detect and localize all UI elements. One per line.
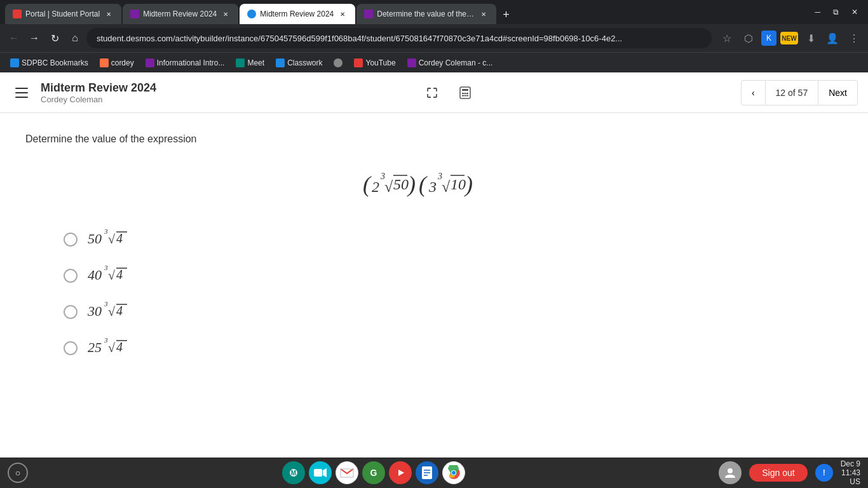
download-icon[interactable]: ⬇ — [802, 29, 820, 47]
taskbar-chrome-app[interactable] — [442, 461, 465, 484]
minimize-button[interactable]: ─ — [810, 5, 825, 19]
profile-icon[interactable]: 👤 — [824, 29, 841, 47]
new-tab-button[interactable]: + — [498, 6, 515, 24]
extension-icon[interactable]: K — [761, 30, 776, 46]
taskbar-meet-app[interactable]: M — [282, 461, 305, 484]
svg-text:√: √ — [108, 304, 115, 318]
close-button[interactable]: ✕ — [846, 5, 863, 19]
activity-title-group: Midterm Review 2024 Cordey Coleman — [41, 81, 156, 104]
address-bar-icons: ☆ ⬡ K NEW ⬇ 👤 ⋮ — [718, 29, 863, 47]
taskbar-youtube-app[interactable] — [389, 461, 412, 484]
svg-text:√: √ — [442, 179, 451, 195]
expand-button[interactable] — [421, 81, 444, 104]
svg-rect-2 — [462, 93, 464, 94]
tab-title-midterm2: Midterm Review 2024 — [143, 10, 217, 18]
svg-point-58 — [452, 471, 456, 475]
taskbar-docs-app[interactable] — [416, 461, 438, 484]
tab-portal[interactable]: Portal | Student Portal ✕ — [5, 4, 121, 24]
svg-text:4: 4 — [116, 231, 123, 245]
svg-text:3: 3 — [104, 300, 108, 308]
taskbar: ○ M — [0, 458, 868, 488]
svg-text:2: 2 — [372, 179, 379, 195]
calculator-button[interactable] — [454, 81, 477, 104]
bookmark-cordeycoleman[interactable]: Cordey Coleman - c... — [402, 57, 498, 69]
svg-rect-3 — [465, 93, 466, 94]
tab-close-portal[interactable]: ✕ — [104, 9, 114, 19]
window-controls: ─ ⧉ ✕ — [810, 5, 863, 19]
address-input[interactable] — [86, 28, 712, 48]
bookmark-globe[interactable] — [329, 57, 348, 69]
forward-button[interactable]: → — [25, 29, 43, 47]
svg-text:10: 10 — [451, 176, 466, 193]
bookmark-classwork[interactable]: Classwork — [271, 57, 327, 69]
tab-midterm2[interactable]: Midterm Review 2024 ✕ — [123, 4, 238, 24]
next-button[interactable]: Next — [818, 80, 858, 105]
bookmark-meet-icon — [236, 58, 245, 67]
prev-button[interactable]: ‹ — [741, 80, 766, 105]
taskbar-region: US — [841, 477, 860, 486]
bookmark-cordeycoleman-label: Cordey Coleman - c... — [419, 58, 493, 67]
choice-b-label: 40 3 √ 4 — [88, 262, 145, 288]
tab-close-midterm2[interactable]: ✕ — [220, 9, 231, 19]
page-count: 12 of 57 — [766, 80, 818, 105]
bookmark-sdpbc[interactable]: SDPBC Bookmarks — [5, 57, 93, 69]
svg-rect-6 — [465, 95, 466, 96]
cast-icon[interactable]: ⬡ — [740, 29, 757, 47]
choice-d[interactable]: 25 3 √ 4 — [64, 335, 843, 361]
radio-c[interactable] — [64, 305, 78, 319]
user-avatar[interactable] — [719, 461, 742, 484]
home-button[interactable]: ⌂ — [66, 29, 84, 47]
radio-b[interactable] — [64, 269, 78, 283]
tab-favicon-midterm3 — [247, 10, 256, 18]
taskbar-apps: M G — [33, 461, 714, 484]
reload-button[interactable]: ↻ — [46, 29, 64, 47]
choice-a[interactable]: 50 3 √ 4 — [64, 226, 843, 252]
choice-c[interactable]: 30 3 √ 4 — [64, 299, 843, 325]
back-button[interactable]: ← — [5, 29, 23, 47]
svg-text:3: 3 — [428, 179, 437, 195]
sign-out-button[interactable]: Sign out — [749, 464, 807, 482]
svg-text:√: √ — [108, 341, 115, 355]
tab-close-midterm3[interactable]: ✕ — [337, 9, 348, 19]
bookmark-cordeycoleman-icon — [407, 58, 416, 67]
bookmark-globe-icon — [334, 58, 342, 67]
notification-icon[interactable]: ! — [815, 464, 833, 482]
tab-determine[interactable]: Determine the value of the exp ✕ — [356, 4, 496, 24]
bookmark-cordey[interactable]: cordey — [95, 57, 139, 69]
taskbar-camera-app[interactable] — [309, 461, 332, 484]
menu-icon[interactable]: ⋮ — [845, 29, 863, 47]
tab-midterm3[interactable]: Midterm Review 2024 ✕ — [240, 4, 355, 24]
choice-b[interactable]: 40 3 √ 4 — [64, 262, 843, 288]
svg-rect-4 — [466, 93, 468, 94]
taskbar-date: Dec 9 — [841, 459, 860, 468]
tab-close-determine[interactable]: ✕ — [478, 9, 489, 19]
choice-d-label: 25 3 √ 4 — [88, 335, 145, 361]
taskbar-start-button[interactable]: ○ — [8, 463, 28, 483]
taskbar-classroom-app[interactable]: G — [362, 461, 385, 484]
radio-d[interactable] — [64, 341, 78, 355]
bookmark-meet-label: Meet — [247, 58, 264, 67]
radio-a[interactable] — [64, 233, 78, 247]
svg-text:50: 50 — [393, 176, 409, 193]
bookmark-meet[interactable]: Meet — [231, 57, 269, 69]
svg-text:30: 30 — [88, 303, 102, 319]
restore-button[interactable]: ⧉ — [828, 5, 844, 19]
taskbar-time: 11:43 — [841, 468, 860, 477]
new-badge-icon: NEW — [780, 32, 798, 44]
bookmark-informational-label: Informational Intro... — [157, 58, 225, 67]
bookmark-classwork-label: Classwork — [287, 58, 322, 67]
bookmark-informational[interactable]: Informational Intro... — [140, 57, 230, 69]
bookmark-sdpbc-label: SDPBC Bookmarks — [22, 58, 88, 67]
svg-text:): ) — [407, 172, 416, 197]
bookmark-cordey-label: cordey — [111, 58, 134, 67]
bookmark-youtube[interactable]: YouTube — [349, 57, 400, 69]
choice-c-svg: 30 3 √ 4 — [88, 299, 145, 322]
svg-text:40: 40 — [88, 267, 102, 283]
bookmark-star-icon[interactable]: ☆ — [718, 29, 736, 47]
svg-text:3: 3 — [104, 227, 108, 235]
hamburger-button[interactable] — [10, 81, 33, 104]
expression-display: ( 2 3 √ 50 ) ( 3 — [25, 165, 843, 203]
taskbar-right: Sign out ! Dec 9 11:43 US — [719, 459, 860, 486]
taskbar-gmail-app[interactable] — [336, 461, 358, 484]
activity-title: Midterm Review 2024 — [41, 81, 156, 95]
